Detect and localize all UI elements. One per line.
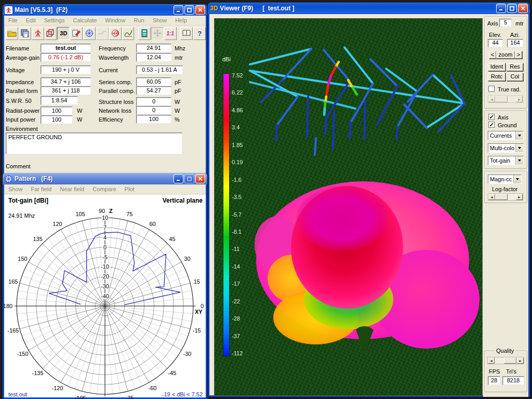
- environment-box[interactable]: PERFECT GROUND: [6, 132, 182, 154]
- radiat-power-value[interactable]: 100: [41, 107, 73, 115]
- structure-loss-unit: W: [175, 99, 180, 105]
- pattern-minimize-button[interactable]: [174, 174, 183, 183]
- polar-chart[interactable]: 0153045607590Z105120135150165180-165-150…: [4, 204, 206, 399]
- maximize-button[interactable]: [184, 5, 194, 15]
- input-power-value[interactable]: 100: [41, 115, 73, 124]
- color-mode-dropdown[interactable]: Multi-colo: [488, 143, 524, 153]
- azi-label: Azi.: [510, 32, 520, 38]
- antenna-icon: [33, 29, 43, 38]
- true-rad-checkbox[interactable]: [488, 86, 495, 92]
- chevron-down-icon: [515, 156, 523, 165]
- main-titlebar[interactable]: Main [V5.5.3] (F2) ✕: [3, 4, 207, 16]
- menu-far-field[interactable]: Far field: [27, 186, 56, 192]
- quantity-dropdown[interactable]: Tot-gain: [488, 156, 524, 165]
- svg-text:-30: -30: [183, 351, 192, 357]
- pattern-titlebar[interactable]: Pattern (F4) ✕: [3, 173, 207, 184]
- svg-text:-40: -40: [101, 293, 109, 299]
- menu-run[interactable]: Run: [129, 17, 148, 23]
- quality-slider[interactable]: ◄►: [487, 357, 524, 364]
- menu-show[interactable]: Show: [149, 17, 171, 23]
- colorbar-tick: -11: [232, 246, 240, 252]
- rotc-button[interactable]: Rotc: [488, 73, 506, 81]
- plot-quantity-title: Tot-gain [dBi]: [8, 197, 48, 204]
- svg-text:120: 120: [52, 221, 62, 227]
- true-rad-label: True rad.: [498, 86, 521, 92]
- gain-sweep-icon: [124, 29, 133, 38]
- wavelength-unit: mtr: [175, 55, 183, 61]
- documentation-button[interactable]: [180, 27, 193, 40]
- rotation-scrollbar[interactable]: ◄►: [488, 96, 523, 103]
- calculator-button[interactable]: [138, 27, 151, 40]
- antenna-button[interactable]: [32, 27, 44, 40]
- gain-sweep-button[interactable]: [122, 27, 135, 40]
- move-button[interactable]: [151, 27, 164, 40]
- menu-calculate[interactable]: Calculate: [69, 17, 101, 23]
- elev-input[interactable]: 44: [488, 39, 503, 47]
- polar-plot-area[interactable]: 0153045607590Z105120135150165180-165-150…: [4, 195, 206, 397]
- zoom-label: zoom: [496, 51, 515, 59]
- pattern-close-button[interactable]: ✕: [195, 174, 205, 183]
- viewer-maximize-button[interactable]: [507, 4, 517, 13]
- viewer-minimize-button[interactable]: [496, 4, 506, 13]
- far-field-icon: [85, 29, 94, 38]
- svg-text:-120: -120: [51, 385, 63, 391]
- menu-show-pattern[interactable]: Show: [4, 186, 27, 192]
- svg-text:30: 30: [184, 256, 190, 262]
- col-button[interactable]: Col: [507, 73, 523, 81]
- 3d-scene[interactable]: dBi 7.526.224.863.41.850.19-1.6-3.5-5.7-…: [214, 18, 483, 396]
- close-button[interactable]: ✕: [195, 5, 205, 15]
- svg-text:165: 165: [8, 278, 18, 285]
- near-field-button[interactable]: [96, 27, 109, 40]
- axis-checkbox-label: Axis: [498, 114, 509, 121]
- save-file-button[interactable]: [19, 27, 31, 40]
- axis-checkbox[interactable]: ✓: [488, 114, 495, 120]
- axis-length-input[interactable]: 5: [499, 19, 512, 27]
- minimize-icon: [499, 6, 503, 11]
- zoom-out-button[interactable]: <: [489, 51, 496, 59]
- geometry-button[interactable]: [45, 27, 57, 40]
- menu-compare[interactable]: Compare: [88, 186, 120, 192]
- fps-label: FPS: [489, 368, 500, 375]
- svg-text:-60: -60: [149, 385, 157, 391]
- log-factor-slider[interactable]: ◄►: [488, 193, 523, 201]
- menu-file[interactable]: File: [4, 17, 22, 23]
- pattern-maximize-button[interactable]: [184, 174, 194, 183]
- currents-dropdown[interactable]: Currents: [488, 131, 524, 140]
- menu-settings[interactable]: Settings: [40, 17, 69, 23]
- menu-window[interactable]: Window: [101, 17, 129, 23]
- azi-input[interactable]: 164: [507, 39, 523, 47]
- svg-text:-150: -150: [17, 351, 29, 357]
- viewer-titlebar[interactable]: 3D Viewer (F9) [ test.out ] ✕: [208, 3, 530, 14]
- menu-edit[interactable]: Edit: [22, 17, 40, 23]
- 3d-render: [215, 19, 482, 395]
- notepad-edit-button[interactable]: [70, 27, 83, 40]
- scroll-left-icon: ◄: [488, 357, 495, 364]
- svg-text:105: 105: [75, 211, 85, 217]
- menu-help[interactable]: Help: [171, 17, 191, 23]
- ident-button[interactable]: Ident: [488, 63, 506, 71]
- open-file-button[interactable]: [6, 27, 18, 40]
- 3d-geometry-button[interactable]: 3D: [57, 27, 70, 40]
- menu-plot[interactable]: Plot: [121, 186, 139, 192]
- zoom-in-button[interactable]: >: [515, 51, 522, 59]
- fps-value: 28: [488, 376, 500, 385]
- scale-1-1-button[interactable]: 1:1: [164, 27, 177, 40]
- magnitude-dropdown[interactable]: Magn-cc: [488, 175, 522, 184]
- res-button[interactable]: Res: [507, 63, 523, 71]
- minimize-button[interactable]: [174, 5, 183, 15]
- pattern-app-icon: [5, 175, 12, 183]
- help-button[interactable]: ?: [193, 27, 206, 40]
- far-field-button[interactable]: [83, 27, 96, 40]
- main-menubar: File Edit Settings Calculate Window Run …: [4, 16, 206, 25]
- colorbar-tick: 4.86: [232, 107, 243, 113]
- filename-value[interactable]: test.out: [41, 44, 91, 52]
- parallel-comp-unit: pF: [175, 88, 181, 94]
- menu-near-field[interactable]: Near field: [56, 186, 88, 192]
- svg-text:0: 0: [103, 244, 107, 250]
- quality-group-label: Quality: [495, 348, 515, 354]
- ground-checkbox[interactable]: ✓: [488, 122, 495, 128]
- frequency-value[interactable]: 24.91: [136, 44, 171, 52]
- viewer-close-button[interactable]: ✕: [518, 4, 528, 13]
- colorbar-tick: -17: [232, 281, 240, 287]
- smith-chart-button[interactable]: [109, 27, 122, 40]
